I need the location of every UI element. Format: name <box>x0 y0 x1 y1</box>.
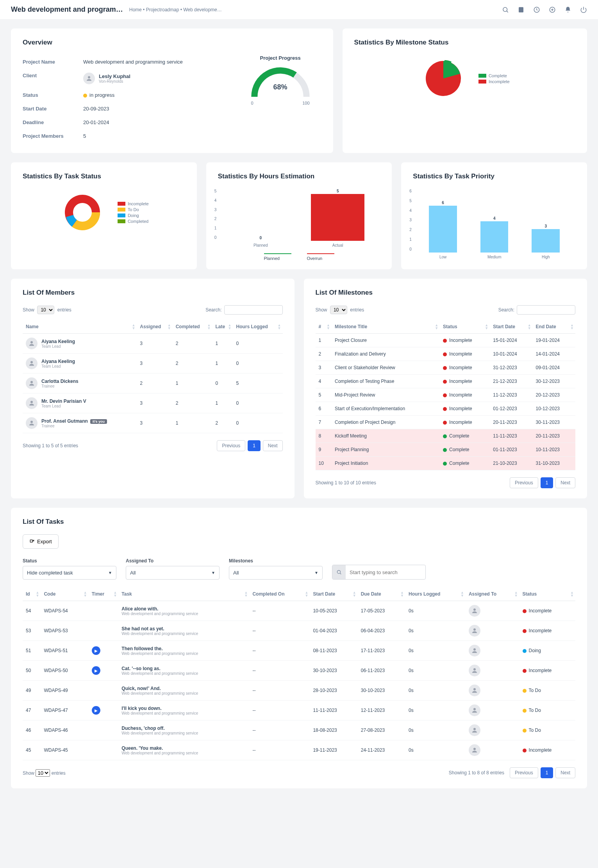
status-dot <box>443 421 447 425</box>
column-header[interactable]: Id▲▼ <box>23 587 41 601</box>
table-row[interactable]: 51WDAPS-51 ▶ Then followed the.Web devel… <box>23 641 575 661</box>
table-row[interactable]: 47WDAPS-47 ▶ I'll kick you down.Web deve… <box>23 701 575 720</box>
column-header[interactable]: Task▲▼ <box>118 587 249 601</box>
bell-icon[interactable] <box>564 6 571 13</box>
column-header[interactable]: Hours Logged▲▼ <box>405 587 466 601</box>
avatar <box>26 338 37 349</box>
table-row[interactable]: Mr. Devin Parisian VTeam Lead 3210 <box>23 393 283 413</box>
table-row[interactable]: 2Finalization and Delivery Incomplete 10… <box>316 347 576 361</box>
play-timer-button[interactable]: ▶ <box>92 706 100 715</box>
breadcrumb-home[interactable]: Home <box>129 7 142 12</box>
note-icon[interactable] <box>518 6 525 13</box>
milestones-next-button[interactable]: Next <box>555 477 575 488</box>
milestones-search-input[interactable] <box>517 305 575 315</box>
export-button[interactable]: Export <box>23 534 59 549</box>
svg-point-14 <box>30 381 33 383</box>
column-header[interactable]: Status▲▼ <box>519 587 575 601</box>
table-row[interactable]: 46WDAPS-46 Duchess, 'chop off.Web develo… <box>23 720 575 740</box>
avatar <box>26 358 37 369</box>
status-dot <box>443 393 447 397</box>
table-row[interactable]: Carlotta DickensTrainee 2105 <box>23 374 283 393</box>
table-row[interactable]: 54WDAPS-54 Alice alone with.Web developm… <box>23 601 575 621</box>
assigned-filter-select[interactable]: All▼ <box>126 566 220 580</box>
table-row[interactable]: 10Project Initiation Complete 21-10-2023… <box>316 457 576 470</box>
avatar <box>469 704 480 716</box>
column-header[interactable]: Timer▲▼ <box>89 587 119 601</box>
column-header[interactable]: Milestone Title▲▼ <box>332 320 440 334</box>
search-icon <box>332 565 346 579</box>
column-header[interactable]: Status▲▼ <box>440 320 490 334</box>
column-header[interactable]: Name▲▼ <box>23 320 137 334</box>
table-row[interactable]: 45WDAPS-45 Queen. 'You make.Web developm… <box>23 740 575 760</box>
column-header[interactable]: #▲▼ <box>316 320 332 334</box>
svg-point-11 <box>73 203 92 222</box>
column-header[interactable]: Assigned▲▼ <box>137 320 172 334</box>
svg-point-12 <box>30 341 33 343</box>
column-header[interactable]: Completed▲▼ <box>173 320 212 334</box>
tasks-page-button[interactable]: 1 <box>541 767 553 778</box>
table-row[interactable]: 8Kickoff Meeting Complete 11-11-202320-1… <box>316 429 576 443</box>
avatar <box>469 685 480 696</box>
table-row[interactable]: 4Completion of Testing Phase Incomplete … <box>316 375 576 388</box>
table-row[interactable]: Aiyana KeelingTeam Lead 3210 <box>23 334 283 354</box>
milestones-pagesize-select[interactable]: 10 <box>330 306 347 314</box>
svg-point-20 <box>473 628 476 631</box>
column-header[interactable]: Start Date▲▼ <box>490 320 532 334</box>
play-timer-button[interactable]: ▶ <box>92 666 100 675</box>
avatar <box>26 397 37 409</box>
table-row[interactable]: 3Client or Stakeholder Review Incomplete… <box>316 361 576 375</box>
table-row[interactable]: 50WDAPS-50 ▶ Cat. '--so long as.Web deve… <box>23 661 575 681</box>
topbar: Web development and program… Home • Proj… <box>0 0 598 19</box>
column-header[interactable]: Assigned To▲▼ <box>466 587 519 601</box>
breadcrumb-level2[interactable]: Web developme… <box>183 7 222 12</box>
task-status-card: Statistics By Task Status Incomplete To … <box>11 162 197 269</box>
add-icon[interactable] <box>549 6 556 13</box>
tasks-search-box <box>332 565 426 580</box>
milestone-pie <box>420 55 467 102</box>
column-header[interactable]: Hours Logged▲▼ <box>233 320 283 334</box>
tasks-search-input[interactable] <box>346 566 425 578</box>
avatar <box>469 744 480 756</box>
table-row[interactable]: 53WDAPS-53 She had not as yet.Web develo… <box>23 621 575 641</box>
table-row[interactable]: Prof. Ansel GutmannIt's youTrainee 3120 <box>23 413 283 433</box>
members-search-input[interactable] <box>224 305 283 315</box>
milestones-filter-select[interactable]: All▼ <box>229 566 323 580</box>
members-pagesize-select[interactable]: 10 <box>37 306 54 314</box>
chevron-down-icon: ▼ <box>211 571 215 575</box>
avatar <box>469 645 480 656</box>
breadcrumb-level1[interactable]: Projectroadmap <box>146 7 179 12</box>
members-next-button[interactable]: Next <box>263 440 283 451</box>
column-header[interactable]: End Date▲▼ <box>533 320 575 334</box>
bar: 0 Planned <box>234 236 287 247</box>
clock-icon[interactable] <box>533 6 540 13</box>
overview-card: Overview Project NameWeb development and… <box>11 28 333 153</box>
table-row[interactable]: 49WDAPS-49 Quick, now!' And.Web developm… <box>23 681 575 701</box>
table-row[interactable]: Aiyana KeelingTeam Lead 3210 <box>23 354 283 374</box>
tasks-prev-button[interactable]: Previous <box>510 767 538 778</box>
status-filter-select[interactable]: Hide completed task▼ <box>23 566 116 580</box>
power-icon[interactable] <box>580 6 587 13</box>
table-row[interactable]: 5Mid-Project Review Incomplete 11-12-202… <box>316 388 576 402</box>
column-header[interactable]: Code▲▼ <box>41 587 88 601</box>
members-page-button[interactable]: 1 <box>248 440 261 451</box>
avatar <box>83 73 95 84</box>
milestones-prev-button[interactable]: Previous <box>510 477 538 488</box>
table-row[interactable]: 6Start of Execution/Implementation Incom… <box>316 402 576 416</box>
table-row[interactable]: 9Project Planning Complete 01-11-202310-… <box>316 443 576 457</box>
members-prev-button[interactable]: Previous <box>217 440 245 451</box>
column-header[interactable]: Late▲▼ <box>212 320 233 334</box>
status-dot <box>523 709 527 713</box>
tasks-pagesize-select[interactable]: 10 <box>36 769 50 777</box>
column-header[interactable]: Due Date▲▼ <box>358 587 405 601</box>
search-icon[interactable] <box>502 6 509 13</box>
tasks-next-button[interactable]: Next <box>555 767 575 778</box>
milestones-page-button[interactable]: 1 <box>541 477 553 488</box>
chevron-down-icon: ▼ <box>108 571 112 575</box>
play-timer-button[interactable]: ▶ <box>92 646 100 655</box>
table-row[interactable]: 7Completion of Project Design Incomplete… <box>316 416 576 429</box>
table-row[interactable]: 1Project Closure Incomplete 15-01-202419… <box>316 334 576 347</box>
status-dot <box>523 649 527 653</box>
column-header[interactable]: Start Date▲▼ <box>310 587 357 601</box>
status-dot <box>443 352 447 356</box>
column-header[interactable]: Completed On▲▼ <box>249 587 310 601</box>
